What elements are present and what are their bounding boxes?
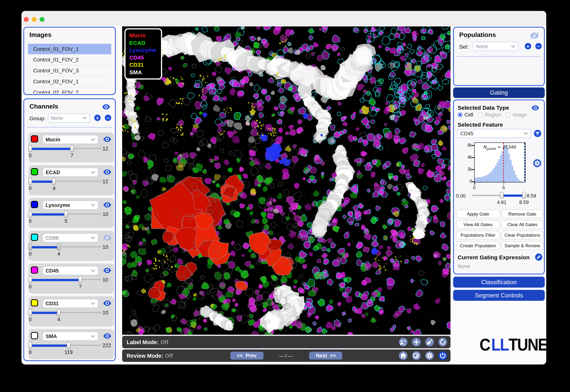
- classification-button[interactable]: Classification: [453, 277, 545, 288]
- channel-min-handle[interactable]: [28, 276, 32, 283]
- next-button[interactable]: Next >>: [309, 352, 343, 360]
- broom-icon[interactable]: [425, 338, 434, 346]
- channel-color-swatch[interactable]: [31, 299, 38, 307]
- channel-color-swatch[interactable]: [31, 201, 38, 208]
- edit-notes-icon[interactable]: [412, 351, 421, 360]
- add-group-button[interactable]: +: [94, 115, 101, 121]
- group-label: Group:: [29, 115, 46, 121]
- channel-max-handle[interactable]: [64, 211, 68, 217]
- radio-icon: [458, 112, 463, 117]
- channel-min-handle[interactable]: [28, 211, 32, 217]
- gating-button-populations-filter[interactable]: Populations Filter: [456, 231, 500, 239]
- label-mode-bar: Label Mode:Off ?: [122, 336, 450, 348]
- channel-max-handle[interactable]: [78, 276, 82, 283]
- channel-color-swatch[interactable]: [31, 234, 38, 241]
- channel-min-handle[interactable]: [28, 145, 32, 152]
- hist-ytick-label: 0: [464, 179, 472, 183]
- channel-select[interactable]: Mucin: [42, 135, 98, 144]
- channel-eye-icon[interactable]: [103, 266, 111, 275]
- close-button[interactable]: [24, 17, 29, 22]
- channel-color-swatch[interactable]: [31, 135, 38, 142]
- channel-min-handle[interactable]: [28, 243, 32, 250]
- remove-population-set-button[interactable]: −: [535, 43, 542, 49]
- image-list-item[interactable]: Control_01_FOV_3: [28, 65, 111, 76]
- minimize-button[interactable]: [32, 17, 37, 22]
- segment-controls-button[interactable]: Segment Controls: [453, 290, 545, 301]
- undo-icon[interactable]: [438, 338, 447, 346]
- group-select-value: None: [51, 115, 63, 121]
- histogram-settings-gear-icon[interactable]: [533, 159, 541, 167]
- home-icon[interactable]: [399, 351, 407, 360]
- gate-max-label: 8.59: [527, 193, 536, 199]
- radio-icon: [506, 112, 511, 117]
- legend-item: CD45: [129, 54, 156, 61]
- channel-min-handle[interactable]: [28, 309, 32, 316]
- gate-high-handle[interactable]: [522, 192, 526, 199]
- image-viewer[interactable]: MucinECADLysozymeCD45CD31SMA: [122, 26, 450, 335]
- gating-button-clear-populations[interactable]: Clear Populations: [501, 231, 543, 239]
- channel-name: SMA: [46, 333, 57, 339]
- channel-max-handle[interactable]: [57, 309, 61, 316]
- channel-eye-icon[interactable]: [103, 299, 111, 308]
- radio-icon: [478, 112, 483, 117]
- query-label-icon[interactable]: ?: [399, 338, 407, 346]
- channel-min-handle[interactable]: [28, 178, 32, 185]
- channel-max-handle[interactable]: [67, 342, 70, 349]
- gating-button-create-population[interactable]: Create Population: [456, 241, 500, 250]
- channel-select[interactable]: CD31: [42, 299, 98, 308]
- image-list-item[interactable]: Control_02_FOV_1: [28, 76, 111, 87]
- channel-range-max: 12: [103, 146, 108, 152]
- channel-eye-icon[interactable]: [103, 200, 111, 209]
- channels-visibility-eye-icon[interactable]: [102, 102, 111, 111]
- image-list-item[interactable]: Control_02_FOV_2: [28, 87, 111, 94]
- data-type-radio-cell[interactable]: Cell: [458, 112, 473, 118]
- tissue-canvas[interactable]: [122, 26, 450, 335]
- legend-item: Lysozyme: [129, 46, 156, 54]
- gating-button-clear-all-gates[interactable]: Clear All Gates: [501, 220, 543, 229]
- group-select[interactable]: None: [48, 113, 90, 123]
- channel-select[interactable]: Lysozyme: [42, 200, 98, 210]
- feature-select[interactable]: CD45: [457, 129, 531, 138]
- gating-button-apply-gate[interactable]: Apply Gate: [456, 210, 500, 218]
- channel-select[interactable]: CD45: [42, 266, 98, 275]
- channel-eye-icon[interactable]: [103, 135, 111, 144]
- channel-eye-icon[interactable]: [103, 332, 111, 340]
- chevron-down-icon: [90, 138, 95, 141]
- feature-filter-icon[interactable]: [534, 130, 541, 137]
- gating-button-sample-review[interactable]: Sample & Review: [501, 241, 543, 250]
- settings-gear-icon[interactable]: [425, 351, 434, 360]
- channel-select[interactable]: CD56: [42, 233, 98, 242]
- channel-color-swatch[interactable]: [31, 332, 38, 339]
- channel-eye-off-icon[interactable]: [103, 233, 111, 242]
- channel-name: CD45: [46, 268, 59, 273]
- channel-select[interactable]: SMA: [42, 332, 98, 341]
- channel-color-swatch[interactable]: [31, 168, 38, 175]
- edit-expression-pencil-icon[interactable]: [535, 253, 542, 261]
- channel-eye-icon[interactable]: [103, 168, 111, 176]
- power-icon[interactable]: [438, 351, 447, 360]
- gating-eye-icon[interactable]: [531, 104, 540, 112]
- population-set-select[interactable]: None: [473, 42, 519, 51]
- gating-button-view-all-gates[interactable]: View All Gates: [456, 220, 500, 229]
- image-list-item[interactable]: Control_01_FOV_1: [28, 44, 111, 54]
- maximize-button[interactable]: [40, 17, 44, 22]
- populations-eye-off-icon[interactable]: [530, 31, 539, 40]
- hist-xtick-label: 0: [472, 185, 476, 190]
- channel-max-handle[interactable]: [70, 145, 74, 152]
- data-type-radio-image[interactable]: Image: [506, 112, 527, 118]
- image-list-item[interactable]: Control_01_FOV_2: [28, 54, 111, 65]
- gating-section-header[interactable]: Gating: [453, 87, 545, 98]
- channel-color-swatch[interactable]: [31, 266, 38, 274]
- channel-max-handle[interactable]: [57, 243, 61, 250]
- gating-button-remove-gate[interactable]: Remove Gate: [501, 210, 543, 218]
- channel-min-handle[interactable]: [28, 342, 32, 349]
- channel-select[interactable]: ECAD: [42, 168, 98, 177]
- channel-max-handle[interactable]: [52, 178, 56, 185]
- add-population-set-button[interactable]: +: [525, 43, 531, 49]
- review-mode-bar: Review Mode:Off << Prev —/— Next >>: [122, 350, 450, 362]
- add-label-icon[interactable]: [412, 338, 421, 346]
- remove-group-button[interactable]: −: [105, 115, 111, 121]
- prev-button[interactable]: << Prev: [230, 352, 263, 360]
- gate-low-handle[interactable]: [500, 192, 504, 199]
- data-type-radio-region[interactable]: Region: [478, 112, 501, 118]
